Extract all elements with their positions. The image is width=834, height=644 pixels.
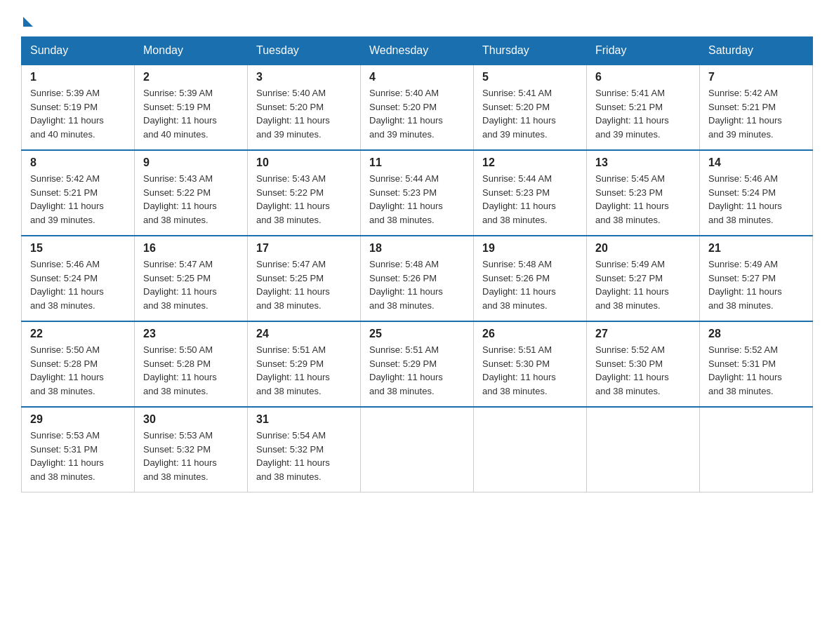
calendar-cell: 20 Sunrise: 5:49 AM Sunset: 5:27 PM Dayl… — [587, 236, 700, 321]
day-info: Sunrise: 5:51 AM Sunset: 5:29 PM Dayligh… — [369, 343, 465, 398]
calendar-cell: 18 Sunrise: 5:48 AM Sunset: 5:26 PM Dayl… — [361, 236, 474, 321]
column-header-tuesday: Tuesday — [248, 37, 361, 65]
day-number: 11 — [369, 156, 465, 169]
day-number: 4 — [369, 71, 465, 83]
day-info: Sunrise: 5:49 AM Sunset: 5:27 PM Dayligh… — [595, 257, 691, 312]
calendar-cell — [474, 407, 587, 492]
day-number: 22 — [30, 328, 126, 340]
calendar-cell: 25 Sunrise: 5:51 AM Sunset: 5:29 PM Dayl… — [361, 321, 474, 407]
day-info: Sunrise: 5:46 AM Sunset: 5:24 PM Dayligh… — [708, 172, 804, 227]
calendar-cell: 26 Sunrise: 5:51 AM Sunset: 5:30 PM Dayl… — [474, 321, 587, 407]
day-info: Sunrise: 5:40 AM Sunset: 5:20 PM Dayligh… — [256, 86, 352, 141]
column-header-wednesday: Wednesday — [361, 37, 474, 65]
calendar-cell: 16 Sunrise: 5:47 AM Sunset: 5:25 PM Dayl… — [135, 236, 248, 321]
day-info: Sunrise: 5:44 AM Sunset: 5:23 PM Dayligh… — [369, 172, 465, 227]
day-info: Sunrise: 5:43 AM Sunset: 5:22 PM Dayligh… — [143, 172, 239, 227]
day-number: 8 — [30, 156, 126, 169]
day-info: Sunrise: 5:41 AM Sunset: 5:20 PM Dayligh… — [482, 86, 578, 141]
day-number: 3 — [256, 71, 352, 83]
day-number: 24 — [256, 328, 352, 340]
day-number: 15 — [30, 242, 126, 255]
calendar-cell: 23 Sunrise: 5:50 AM Sunset: 5:28 PM Dayl… — [135, 321, 248, 407]
calendar-cell: 31 Sunrise: 5:54 AM Sunset: 5:32 PM Dayl… — [248, 407, 361, 492]
day-info: Sunrise: 5:47 AM Sunset: 5:25 PM Dayligh… — [143, 257, 239, 312]
day-info: Sunrise: 5:43 AM Sunset: 5:22 PM Dayligh… — [256, 172, 352, 227]
day-info: Sunrise: 5:39 AM Sunset: 5:19 PM Dayligh… — [143, 86, 239, 141]
calendar-cell: 29 Sunrise: 5:53 AM Sunset: 5:31 PM Dayl… — [22, 407, 135, 492]
page-header — [21, 14, 813, 24]
day-info: Sunrise: 5:47 AM Sunset: 5:25 PM Dayligh… — [256, 257, 352, 312]
calendar-cell: 4 Sunrise: 5:40 AM Sunset: 5:20 PM Dayli… — [361, 65, 474, 150]
calendar-week-row: 8 Sunrise: 5:42 AM Sunset: 5:21 PM Dayli… — [22, 150, 813, 236]
calendar-cell: 28 Sunrise: 5:52 AM Sunset: 5:31 PM Dayl… — [700, 321, 813, 407]
day-info: Sunrise: 5:53 AM Sunset: 5:31 PM Dayligh… — [30, 429, 126, 483]
day-info: Sunrise: 5:53 AM Sunset: 5:32 PM Dayligh… — [143, 429, 239, 483]
calendar-cell: 30 Sunrise: 5:53 AM Sunset: 5:32 PM Dayl… — [135, 407, 248, 492]
calendar-table: SundayMondayTuesdayWednesdayThursdayFrid… — [21, 36, 813, 492]
day-number: 7 — [708, 71, 804, 83]
day-info: Sunrise: 5:45 AM Sunset: 5:23 PM Dayligh… — [595, 172, 691, 227]
day-number: 18 — [369, 242, 465, 255]
day-number: 1 — [30, 71, 126, 83]
day-info: Sunrise: 5:48 AM Sunset: 5:26 PM Dayligh… — [369, 257, 465, 312]
day-info: Sunrise: 5:39 AM Sunset: 5:19 PM Dayligh… — [30, 86, 126, 141]
logo-top — [21, 14, 33, 27]
calendar-cell: 27 Sunrise: 5:52 AM Sunset: 5:30 PM Dayl… — [587, 321, 700, 407]
day-number: 27 — [595, 328, 691, 340]
calendar-cell: 12 Sunrise: 5:44 AM Sunset: 5:23 PM Dayl… — [474, 150, 587, 236]
day-number: 26 — [482, 328, 578, 340]
calendar-cell: 22 Sunrise: 5:50 AM Sunset: 5:28 PM Dayl… — [22, 321, 135, 407]
column-header-saturday: Saturday — [700, 37, 813, 65]
day-info: Sunrise: 5:50 AM Sunset: 5:28 PM Dayligh… — [143, 343, 239, 398]
calendar-cell: 5 Sunrise: 5:41 AM Sunset: 5:20 PM Dayli… — [474, 65, 587, 150]
calendar-cell: 14 Sunrise: 5:46 AM Sunset: 5:24 PM Dayl… — [700, 150, 813, 236]
day-info: Sunrise: 5:52 AM Sunset: 5:30 PM Dayligh… — [595, 343, 691, 398]
calendar-week-row: 1 Sunrise: 5:39 AM Sunset: 5:19 PM Dayli… — [22, 65, 813, 150]
calendar-cell: 9 Sunrise: 5:43 AM Sunset: 5:22 PM Dayli… — [135, 150, 248, 236]
day-info: Sunrise: 5:51 AM Sunset: 5:29 PM Dayligh… — [256, 343, 352, 398]
day-info: Sunrise: 5:42 AM Sunset: 5:21 PM Dayligh… — [30, 172, 126, 227]
day-number: 28 — [708, 328, 804, 340]
calendar-week-row: 22 Sunrise: 5:50 AM Sunset: 5:28 PM Dayl… — [22, 321, 813, 407]
day-number: 30 — [143, 413, 239, 426]
day-number: 5 — [482, 71, 578, 83]
calendar-cell — [700, 407, 813, 492]
calendar-cell: 3 Sunrise: 5:40 AM Sunset: 5:20 PM Dayli… — [248, 65, 361, 150]
day-number: 29 — [30, 413, 126, 426]
day-info: Sunrise: 5:51 AM Sunset: 5:30 PM Dayligh… — [482, 343, 578, 398]
column-header-monday: Monday — [135, 37, 248, 65]
day-number: 23 — [143, 328, 239, 340]
calendar-cell: 21 Sunrise: 5:49 AM Sunset: 5:27 PM Dayl… — [700, 236, 813, 321]
day-info: Sunrise: 5:50 AM Sunset: 5:28 PM Dayligh… — [30, 343, 126, 398]
day-info: Sunrise: 5:48 AM Sunset: 5:26 PM Dayligh… — [482, 257, 578, 312]
calendar-cell: 19 Sunrise: 5:48 AM Sunset: 5:26 PM Dayl… — [474, 236, 587, 321]
calendar-cell: 17 Sunrise: 5:47 AM Sunset: 5:25 PM Dayl… — [248, 236, 361, 321]
day-info: Sunrise: 5:46 AM Sunset: 5:24 PM Dayligh… — [30, 257, 126, 312]
calendar-cell: 13 Sunrise: 5:45 AM Sunset: 5:23 PM Dayl… — [587, 150, 700, 236]
day-info: Sunrise: 5:41 AM Sunset: 5:21 PM Dayligh… — [595, 86, 691, 141]
calendar-cell: 10 Sunrise: 5:43 AM Sunset: 5:22 PM Dayl… — [248, 150, 361, 236]
day-info: Sunrise: 5:42 AM Sunset: 5:21 PM Dayligh… — [708, 86, 804, 141]
day-number: 6 — [595, 71, 691, 83]
day-info: Sunrise: 5:40 AM Sunset: 5:20 PM Dayligh… — [369, 86, 465, 141]
calendar-cell: 24 Sunrise: 5:51 AM Sunset: 5:29 PM Dayl… — [248, 321, 361, 407]
day-info: Sunrise: 5:52 AM Sunset: 5:31 PM Dayligh… — [708, 343, 804, 398]
day-info: Sunrise: 5:54 AM Sunset: 5:32 PM Dayligh… — [256, 429, 352, 483]
day-info: Sunrise: 5:49 AM Sunset: 5:27 PM Dayligh… — [708, 257, 804, 312]
logo — [21, 14, 33, 24]
day-number: 19 — [482, 242, 578, 255]
day-number: 2 — [143, 71, 239, 83]
calendar-cell: 7 Sunrise: 5:42 AM Sunset: 5:21 PM Dayli… — [700, 65, 813, 150]
calendar-week-row: 15 Sunrise: 5:46 AM Sunset: 5:24 PM Dayl… — [22, 236, 813, 321]
calendar-cell: 11 Sunrise: 5:44 AM Sunset: 5:23 PM Dayl… — [361, 150, 474, 236]
column-header-thursday: Thursday — [474, 37, 587, 65]
day-number: 12 — [482, 156, 578, 169]
column-header-friday: Friday — [587, 37, 700, 65]
calendar-cell: 15 Sunrise: 5:46 AM Sunset: 5:24 PM Dayl… — [22, 236, 135, 321]
day-number: 17 — [256, 242, 352, 255]
day-info: Sunrise: 5:44 AM Sunset: 5:23 PM Dayligh… — [482, 172, 578, 227]
calendar-cell: 8 Sunrise: 5:42 AM Sunset: 5:21 PM Dayli… — [22, 150, 135, 236]
day-number: 16 — [143, 242, 239, 255]
day-number: 25 — [369, 328, 465, 340]
day-number: 14 — [708, 156, 804, 169]
